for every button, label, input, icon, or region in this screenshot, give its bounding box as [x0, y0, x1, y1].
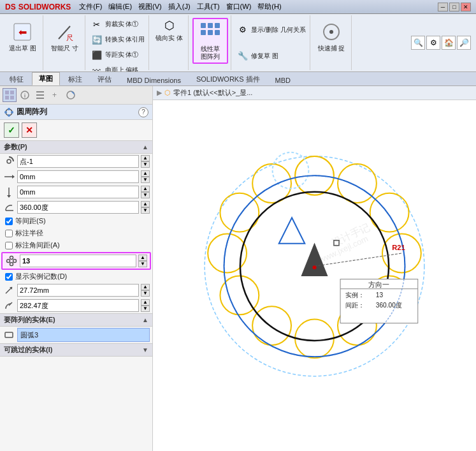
instance-up[interactable]: ▲: [138, 255, 147, 261]
y-up[interactable]: ▲: [141, 186, 150, 192]
instance-count-spinner: ▲ ▼: [138, 255, 147, 267]
dim-angle-row: 标注角间距(A): [0, 239, 152, 251]
menu-file[interactable]: 文件(F): [76, 2, 105, 11]
y-coord-input[interactable]: [17, 186, 139, 198]
quick-snap-button[interactable]: 快速捕 捉: [314, 18, 349, 55]
radius-value-input[interactable]: [17, 284, 139, 297]
menu-window[interactable]: 窗口(W): [223, 2, 255, 11]
skip-section-header[interactable]: 可跳过的实体(I) ▼: [0, 343, 152, 357]
entity-section-header[interactable]: 要阵列的实体(E) ▲: [0, 313, 152, 327]
feature-manager-icon[interactable]: [3, 88, 17, 102]
equal-spacing-checkbox[interactable]: [5, 218, 13, 225]
svg-text:i: i: [24, 92, 25, 99]
params-section-header[interactable]: 参数(P) ▲: [0, 140, 152, 154]
canvas-area[interactable]: ▶ ⬡ 零件1 (默认<<默认>_显... 设计手记 www.jxejl.com: [153, 86, 476, 451]
svg-marker-30: [12, 175, 15, 179]
dim-radius-checkbox[interactable]: [5, 230, 13, 237]
menu-edit[interactable]: 编辑(E): [105, 2, 135, 11]
angle-down[interactable]: ▼: [141, 207, 150, 214]
start-angle-input[interactable]: [17, 299, 139, 312]
svg-text:13: 13: [376, 292, 384, 299]
quick-snap-label: 快速捕 捉: [318, 45, 345, 52]
zoom-icon[interactable]: 🔎: [457, 36, 471, 50]
angle-row: ▲ ▼: [0, 200, 152, 215]
equal-spacing-label[interactable]: 等间距(S): [15, 216, 46, 226]
radius-down[interactable]: ▼: [141, 290, 150, 297]
dim-angle-checkbox[interactable]: [5, 242, 13, 249]
tab-evaluate[interactable]: 评估: [90, 73, 119, 85]
linear-pattern-button[interactable]: 线性草 图阵列: [192, 18, 228, 64]
instance-count-input[interactable]: [20, 255, 136, 267]
mirror-button[interactable]: ⬡ 镜向实 体: [153, 18, 185, 44]
dim-radius-label[interactable]: 标注半径: [15, 228, 43, 238]
radius-up[interactable]: ▲: [141, 284, 150, 290]
params-section: 参数(P) ▲ ▲ ▼ ▲: [0, 140, 152, 451]
config-manager-icon[interactable]: [33, 88, 47, 102]
appearance-manager-icon[interactable]: [64, 88, 78, 102]
show-relations-button[interactable]: ⚙ 显示/删除 几何关系: [234, 22, 308, 38]
menu-view[interactable]: 视图(V): [135, 2, 165, 11]
dimensions-manager-icon[interactable]: +: [48, 88, 62, 102]
x-coord-input[interactable]: [17, 170, 139, 183]
search-icon[interactable]: 🔍: [411, 36, 425, 50]
show-count-checkbox[interactable]: [5, 273, 13, 281]
tab-sketch[interactable]: 草图: [32, 72, 60, 85]
entity-input[interactable]: [17, 328, 150, 342]
convert-button[interactable]: 🔄 转换实 体引用: [88, 32, 148, 47]
offset-button[interactable]: ⬛ 等距实 体①: [88, 47, 148, 63]
angle-spinner: ▲ ▼: [141, 201, 150, 214]
property-manager-icon[interactable]: i: [18, 88, 32, 102]
minimize-button[interactable]: ─: [438, 3, 448, 11]
start-angle-icon: [3, 299, 15, 312]
start-angle-spinner: ▲ ▼: [141, 299, 150, 312]
exit-icon: ⬅: [11, 20, 34, 43]
start-angle-row: ▲ ▼: [0, 298, 152, 313]
maximize-button[interactable]: □: [449, 3, 459, 11]
ok-button[interactable]: ✓: [4, 122, 19, 138]
tab-annotation[interactable]: 标注: [61, 73, 89, 85]
y-down[interactable]: ▼: [141, 192, 150, 198]
menu-tools[interactable]: 工具(T): [194, 2, 223, 11]
surface-offset-button[interactable]: 〰 曲面上 偏移: [88, 63, 148, 71]
start-angle-up[interactable]: ▲: [141, 299, 150, 306]
x-down[interactable]: ▼: [141, 177, 150, 183]
home-icon[interactable]: 🏠: [442, 36, 456, 50]
svg-rect-7: [201, 30, 206, 35]
center-point-input[interactable]: [17, 155, 139, 168]
tab-mbd-dimensions[interactable]: MBD Dimensions: [120, 75, 188, 85]
cancel-button[interactable]: ✕: [22, 122, 37, 138]
menu-help[interactable]: 帮助(H): [254, 2, 284, 11]
show-count-row: 显示实例记数(D): [0, 270, 152, 283]
dim-angle-label[interactable]: 标注角间距(A): [15, 240, 60, 250]
tab-solidworks-plugins[interactable]: SOLIDWORKS 插件: [189, 73, 267, 85]
canvas-content[interactable]: 设计手记 www.jxejl.com: [153, 100, 476, 451]
smart-dim-button[interactable]: 尺 智能尺 寸: [47, 18, 82, 55]
close-button[interactable]: ✕: [461, 3, 471, 11]
tab-mbd[interactable]: MBD: [268, 75, 298, 85]
tab-feature[interactable]: 特征: [3, 73, 31, 85]
show-count-label[interactable]: 显示实例记数(D): [15, 272, 67, 281]
panel-help-button[interactable]: ?: [138, 107, 148, 117]
show-relations-icon: ⚙: [236, 24, 249, 36]
ribbon-group-exit: ⬅ 退出草 图: [3, 15, 43, 70]
options-icon[interactable]: ⚙: [426, 36, 440, 50]
angle-input[interactable]: [17, 201, 139, 214]
rotate-icon: [3, 155, 15, 168]
params-section-label: 参数(P): [4, 142, 27, 152]
svg-point-26: [8, 114, 10, 117]
menu-insert[interactable]: 插入(J): [165, 2, 194, 11]
ribbon: ⬅ 退出草 图 尺 智能尺 寸 ✂ 剪裁实 体① 🔄 转换实 体引用: [0, 14, 476, 86]
center-point-down[interactable]: ▼: [141, 161, 150, 168]
svg-text:+: +: [52, 91, 57, 100]
repair-sketch-button[interactable]: 🔧 修复草 图: [234, 48, 308, 64]
svg-point-25: [11, 111, 13, 114]
angle-up[interactable]: ▲: [141, 201, 150, 207]
svg-rect-8: [208, 30, 213, 35]
convert-label: 转换实 体引用: [105, 35, 145, 44]
start-angle-down[interactable]: ▼: [141, 306, 150, 312]
trim-button[interactable]: ✂ 剪裁实 体①: [88, 17, 148, 32]
center-point-up[interactable]: ▲: [141, 155, 150, 161]
x-up[interactable]: ▲: [141, 170, 150, 177]
instance-down[interactable]: ▼: [138, 261, 147, 267]
exit-sketch-button[interactable]: ⬅ 退出草 图: [5, 18, 40, 55]
